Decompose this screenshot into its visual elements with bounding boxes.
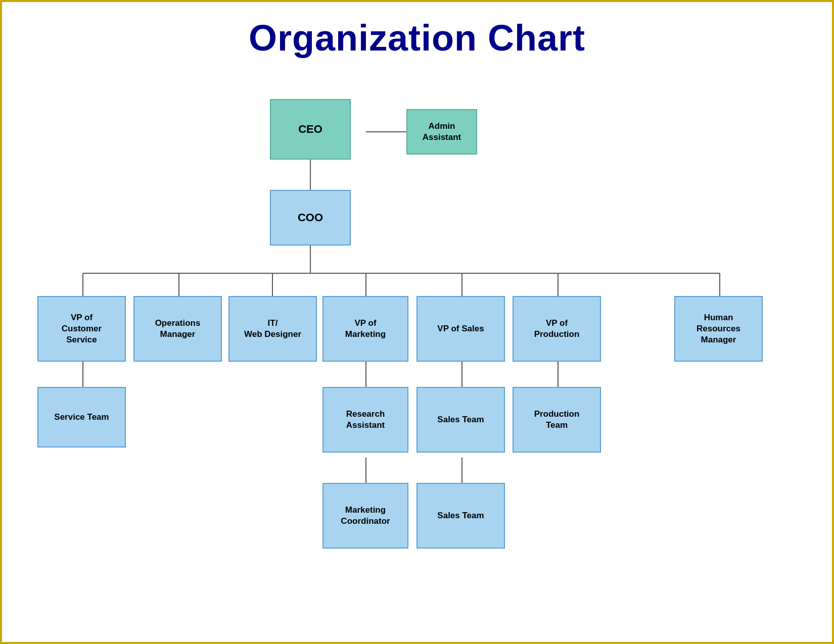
- box-research-assistant: ResearchAssistant: [322, 387, 408, 453]
- box-coo: COO: [270, 190, 351, 245]
- page: Organization Chart: [2, 2, 832, 642]
- box-operations-manager: OperationsManager: [133, 296, 222, 362]
- box-ceo: CEO: [270, 99, 351, 160]
- box-production-team: ProductionTeam: [513, 387, 601, 453]
- box-hr-manager: HumanResourcesManager: [674, 296, 763, 362]
- box-vp-marketing: VP ofMarketing: [322, 296, 408, 362]
- box-vp-customer-service: VP ofCustomerService: [37, 296, 126, 362]
- page-title: Organization Chart: [22, 17, 812, 59]
- box-vp-sales: VP of Sales: [416, 296, 505, 362]
- box-sales-team-2: Sales Team: [416, 483, 505, 549]
- box-vp-production: VP ofProduction: [513, 296, 601, 362]
- box-sales-team-1: Sales Team: [416, 387, 505, 453]
- box-marketing-coordinator: MarketingCoordinator: [322, 483, 408, 549]
- box-it-web-designer: IT/Web Designer: [228, 296, 317, 362]
- org-chart: CEO AdminAssistant COO VP ofCustomerServ…: [22, 74, 812, 629]
- box-service-team: Service Team: [37, 387, 126, 448]
- box-admin-assistant: AdminAssistant: [406, 109, 477, 155]
